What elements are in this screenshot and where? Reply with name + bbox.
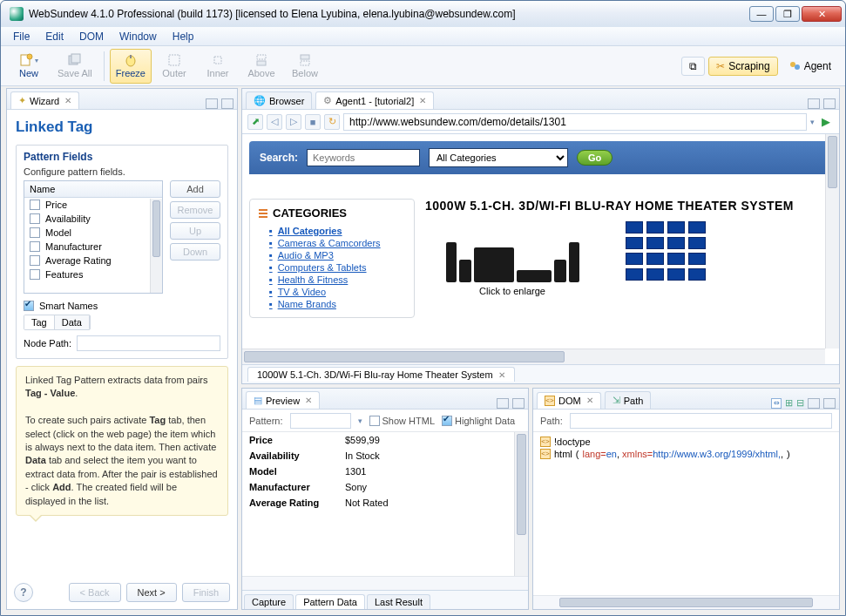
minimize-button[interactable]: — bbox=[749, 6, 774, 22]
close-icon[interactable]: ✕ bbox=[419, 96, 426, 105]
toolbar-freeze[interactable]: Freeze bbox=[110, 49, 152, 84]
field-checkbox[interactable] bbox=[30, 255, 40, 266]
thumbnail[interactable] bbox=[626, 237, 643, 249]
menu-file[interactable]: File bbox=[6, 29, 37, 44]
thumbnail[interactable] bbox=[667, 237, 685, 249]
scrollbar[interactable] bbox=[150, 199, 162, 293]
back-button[interactable]: < Back bbox=[69, 583, 121, 602]
thumbnail[interactable] bbox=[626, 253, 643, 265]
perspective-agent[interactable]: Agent bbox=[782, 58, 838, 75]
thumbnail[interactable] bbox=[688, 221, 706, 234]
path-tab[interactable]: ⇲ Path bbox=[605, 391, 652, 409]
thumbnail[interactable] bbox=[626, 221, 643, 234]
thumbnail[interactable] bbox=[646, 237, 664, 249]
close-icon[interactable]: ✕ bbox=[586, 396, 593, 405]
maximize-view-button[interactable] bbox=[221, 98, 233, 109]
expand-icon[interactable]: ⊞ bbox=[785, 397, 793, 409]
fields-list[interactable]: Name PriceAvailabilityModelManufacturerA… bbox=[24, 180, 163, 294]
pattern-data-tab[interactable]: Pattern Data bbox=[295, 594, 365, 609]
category-link[interactable]: Computers & Tablets bbox=[269, 261, 405, 274]
field-checkbox[interactable] bbox=[30, 227, 40, 238]
toolbar-inner[interactable]: Inner bbox=[197, 49, 239, 84]
remove-button[interactable]: Remove bbox=[170, 201, 220, 219]
thumbnail[interactable] bbox=[646, 268, 664, 281]
category-link[interactable]: Health & Fitness bbox=[269, 274, 405, 286]
capture-tab[interactable]: Capture bbox=[244, 594, 294, 609]
search-input[interactable] bbox=[307, 149, 420, 166]
thumbnail[interactable] bbox=[688, 253, 706, 265]
collapse-icon[interactable]: ⊟ bbox=[796, 397, 804, 409]
category-link[interactable]: All Categories bbox=[269, 225, 405, 237]
tag-tab[interactable]: Tag bbox=[24, 315, 55, 329]
category-link[interactable]: Cameras & Camcorders bbox=[269, 237, 405, 249]
page-tab[interactable]: 1000W 5.1-Ch. 3D/Wi-Fi Blu-ray Home Thea… bbox=[247, 367, 515, 382]
toolbar-below[interactable]: Below bbox=[284, 49, 326, 84]
list-item[interactable]: Average Rating bbox=[24, 254, 162, 267]
home-button[interactable]: ⬈ bbox=[247, 114, 263, 130]
maximize-view-button[interactable] bbox=[512, 398, 525, 409]
toolbar-new[interactable]: ▾ New bbox=[8, 49, 50, 84]
maximize-button[interactable]: ❐ bbox=[775, 6, 800, 22]
back-nav-button[interactable]: ◁ bbox=[267, 114, 282, 130]
vertical-scrollbar[interactable] bbox=[825, 134, 839, 349]
last-result-tab[interactable]: Last Result bbox=[367, 594, 430, 609]
dom-node[interactable]: <>!doctype bbox=[540, 436, 832, 448]
thumbnail[interactable] bbox=[626, 268, 643, 281]
field-checkbox[interactable] bbox=[30, 269, 40, 280]
dom-tree[interactable]: <>!doctype <>html (lang=en, xmlns=http:/… bbox=[533, 432, 839, 595]
list-item[interactable]: Features bbox=[24, 267, 162, 281]
close-icon[interactable]: ✕ bbox=[305, 396, 312, 405]
up-button[interactable]: Up bbox=[170, 222, 220, 240]
minimize-view-button[interactable] bbox=[206, 98, 218, 109]
vertical-scrollbar[interactable] bbox=[514, 432, 528, 576]
preview-tab[interactable]: ▤ Preview ✕ bbox=[246, 391, 320, 409]
thumbnail[interactable] bbox=[667, 253, 685, 265]
horizontal-scrollbar[interactable] bbox=[533, 595, 839, 609]
add-button[interactable]: Add bbox=[170, 180, 220, 198]
perspective-scraping[interactable]: ✂ Scraping bbox=[708, 57, 777, 76]
finish-button[interactable]: Finish bbox=[182, 583, 230, 602]
smart-names-checkbox[interactable] bbox=[24, 301, 34, 311]
wizard-tab[interactable]: ✦ Wizard ✕ bbox=[10, 91, 79, 109]
maximize-view-button[interactable] bbox=[823, 398, 836, 409]
toolbar-outer[interactable]: Outer bbox=[153, 49, 195, 84]
refresh-button[interactable]: ↻ bbox=[324, 114, 340, 130]
thumbnail[interactable] bbox=[667, 268, 685, 281]
horizontal-scrollbar[interactable] bbox=[242, 576, 528, 590]
minimize-view-button[interactable] bbox=[497, 398, 509, 409]
list-item[interactable]: Availability bbox=[24, 212, 162, 226]
thumbnail[interactable] bbox=[646, 221, 664, 234]
thumbnail[interactable] bbox=[688, 237, 706, 249]
maximize-view-button[interactable] bbox=[823, 98, 836, 109]
thumbnail[interactable] bbox=[688, 268, 706, 281]
category-select[interactable]: All Categories bbox=[429, 148, 568, 167]
agent-tab[interactable]: ⚙ Agent1 - [tutorial2] ✕ bbox=[315, 91, 434, 109]
list-item[interactable]: Model bbox=[24, 226, 162, 240]
menu-dom[interactable]: DOM bbox=[72, 29, 111, 44]
browser-tab[interactable]: 🌐 Browser bbox=[246, 91, 312, 109]
thumbnail[interactable] bbox=[667, 221, 685, 234]
list-item[interactable]: Manufacturer bbox=[24, 240, 162, 254]
close-icon[interactable]: ✕ bbox=[64, 96, 71, 105]
minimize-view-button[interactable] bbox=[808, 398, 820, 409]
list-item[interactable]: Price bbox=[24, 198, 162, 212]
help-button[interactable]: ? bbox=[14, 583, 33, 602]
highlight-checkbox[interactable] bbox=[442, 416, 452, 426]
menu-window[interactable]: Window bbox=[112, 29, 164, 44]
toolbar-saveall[interactable]: Save All bbox=[51, 49, 98, 84]
url-input[interactable] bbox=[343, 113, 807, 131]
pattern-select[interactable] bbox=[290, 413, 351, 429]
data-tab[interactable]: Data bbox=[55, 315, 90, 329]
stop-nav-button[interactable]: ■ bbox=[305, 114, 321, 130]
close-button[interactable]: ✕ bbox=[802, 6, 842, 22]
close-icon[interactable]: ✕ bbox=[498, 370, 505, 380]
toolbar-above[interactable]: Above bbox=[240, 49, 282, 84]
field-checkbox[interactable] bbox=[30, 213, 40, 224]
link-icon[interactable]: ⇔ bbox=[771, 398, 782, 409]
category-link[interactable]: Audio & MP3 bbox=[269, 249, 405, 261]
perspective-open[interactable]: ⧉ bbox=[681, 57, 705, 76]
down-button[interactable]: Down bbox=[170, 243, 220, 261]
go-button[interactable]: ▶ bbox=[818, 114, 834, 130]
show-html-checkbox[interactable] bbox=[369, 416, 380, 426]
thumbnail[interactable] bbox=[646, 253, 664, 265]
